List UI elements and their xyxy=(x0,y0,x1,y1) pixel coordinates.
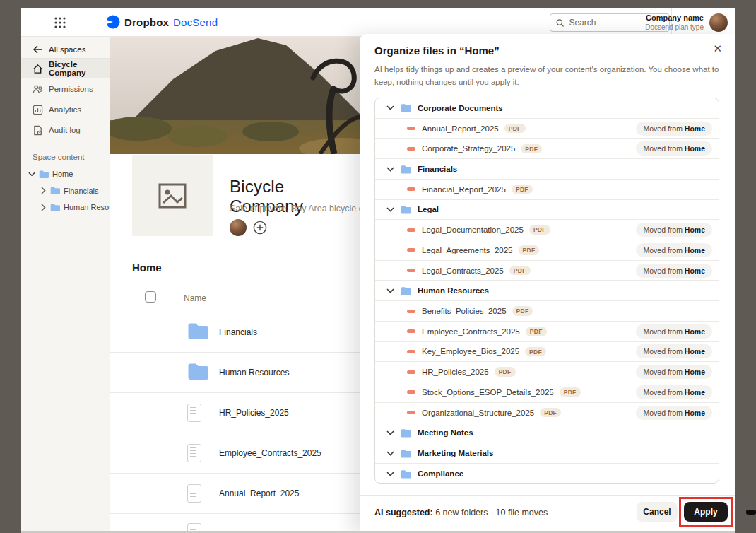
add-member-button[interactable] xyxy=(253,221,267,235)
moved-from-pill: Moved from Home xyxy=(636,385,712,399)
moved-from-pill: Moved from Home xyxy=(636,324,712,339)
file-label: HR_Policies_2025 xyxy=(422,368,489,376)
organize-file-row[interactable]: Organizational_Structure_2025PDFMoved fr… xyxy=(375,403,719,423)
moved-from-pill: Moved from Home xyxy=(636,243,712,257)
pdf-badge: PDF xyxy=(504,124,526,134)
folder-icon xyxy=(50,203,60,212)
folder-label: Meeting Notes xyxy=(418,428,473,437)
organize-file-row[interactable]: Legal_Contracts_2025PDFMoved from Home xyxy=(375,261,719,281)
owner-avatar[interactable] xyxy=(230,219,247,236)
chevron-right-icon[interactable] xyxy=(40,187,47,194)
sidebar-item-bicycle-company[interactable]: Bicycle Company xyxy=(21,59,110,78)
sidebar-item-analytics[interactable]: Analytics xyxy=(21,100,110,119)
chevron-down-icon[interactable] xyxy=(386,469,394,478)
sidebar-item-label: Audit log xyxy=(49,126,81,134)
organize-file-row[interactable]: Financial_Report_2025PDF xyxy=(375,180,719,200)
folder-icon xyxy=(39,170,49,179)
pdf-badge: PDF xyxy=(526,327,547,336)
chevron-down-icon[interactable] xyxy=(386,428,394,437)
account-menu[interactable]: Company name Docsend plan type xyxy=(645,8,728,37)
select-all-checkbox[interactable] xyxy=(145,291,156,303)
search-icon xyxy=(556,18,564,28)
panel-description: AI helps tidy things up and creates a pr… xyxy=(374,64,722,89)
organize-folder-row[interactable]: Corporate Documents xyxy=(375,98,719,119)
sidebar-item-label: Permissions xyxy=(49,85,93,93)
footer-divider xyxy=(360,495,735,496)
file-label: Stock_Options_ESOP_Details_2025 xyxy=(422,388,554,397)
table-row[interactable]: Annual_Report_2025 xyxy=(110,473,360,513)
moved-from-pill: Moved from Home xyxy=(636,365,712,379)
docsend-logo-icon xyxy=(106,15,120,29)
file-dash-icon xyxy=(407,310,415,313)
table-row[interactable]: Financials xyxy=(110,312,360,352)
pdf-badge: PDF xyxy=(519,245,540,255)
chevron-down-icon[interactable] xyxy=(28,170,35,177)
cancel-button[interactable]: Cancel xyxy=(637,502,678,522)
edge-artifact xyxy=(746,510,756,515)
account-name: Company name xyxy=(645,13,704,23)
chevron-down-icon[interactable] xyxy=(386,205,394,213)
organize-panel: Organize files in “Home” ✕ AI helps tidy… xyxy=(360,34,735,533)
organize-folder-row[interactable]: Meeting Notes xyxy=(375,423,719,444)
apps-grid-icon[interactable] xyxy=(54,16,66,29)
organize-file-row[interactable]: Benefits_Policies_2025PDF xyxy=(375,301,719,322)
space-subtitle: Sale of private, Bay Area bicycle compa xyxy=(230,204,360,213)
pdf-badge: PDF xyxy=(525,347,546,357)
organize-folder-row[interactable]: Marketing Materials xyxy=(375,443,719,464)
chevron-right-icon[interactable] xyxy=(40,204,47,211)
sidebar-divider xyxy=(21,141,110,141)
table-divider xyxy=(110,513,360,514)
chevron-down-icon[interactable] xyxy=(386,449,394,457)
table-row[interactable]: HR_Policies_2025 xyxy=(110,392,360,433)
organize-file-row[interactable]: Legal_Agreements_2025PDFMoved from Home xyxy=(375,240,719,261)
sidebar-item-label: Bicycle Company xyxy=(49,60,110,77)
space-logo-placeholder[interactable] xyxy=(132,155,213,236)
pdf-badge: PDF xyxy=(560,387,581,397)
organize-folder-row[interactable]: Legal xyxy=(375,200,719,221)
folder-icon xyxy=(187,363,208,382)
organize-file-row[interactable]: Employee_Contracts_2025PDFMoved from Hom… xyxy=(375,322,719,342)
organize-file-row[interactable]: Legal_Documentation_2025PDFMoved from Ho… xyxy=(375,220,719,240)
table-row[interactable]: Employee_Contracts_2025 xyxy=(110,433,360,473)
sidebar-item-audit-log[interactable]: Audit log xyxy=(21,120,110,140)
folder-icon xyxy=(401,449,411,458)
table-row[interactable]: Human Resources xyxy=(110,352,360,392)
account-plan: Docsend plan type xyxy=(645,23,704,33)
sidebar-item-permissions[interactable]: Permissions xyxy=(21,79,110,99)
audit-icon xyxy=(33,125,43,136)
row-name: Annual_Report_2025 xyxy=(219,488,299,498)
tree-item-financials[interactable]: Financials xyxy=(21,183,110,199)
tree-item-label: Financials xyxy=(64,187,99,195)
close-icon[interactable]: ✕ xyxy=(713,43,722,54)
organize-file-row[interactable]: HR_Policies_2025PDFMoved from Home xyxy=(375,362,719,382)
tree-item-human-resourc-[interactable]: Human Resourc... xyxy=(21,199,110,215)
organize-folder-row[interactable]: Human Resources xyxy=(375,281,719,301)
folder-label: Corporate Documents xyxy=(418,104,503,112)
chevron-down-icon[interactable] xyxy=(386,104,394,112)
pdf-badge: PDF xyxy=(509,266,531,276)
account-avatar[interactable] xyxy=(709,13,728,32)
organize-folder-row[interactable]: Compliance xyxy=(375,464,719,484)
space-content-label: Space content xyxy=(33,153,85,161)
organize-file-row[interactable]: Stock_Options_ESOP_Details_2025PDFMoved … xyxy=(375,382,719,403)
organize-folder-row[interactable]: Financials xyxy=(375,159,719,180)
folder-icon xyxy=(401,469,411,479)
row-name: HR_Policies_2025 xyxy=(219,408,289,418)
chevron-down-icon[interactable] xyxy=(386,286,394,295)
back-all-spaces[interactable]: All spaces xyxy=(21,40,110,59)
people-icon xyxy=(33,84,43,95)
file-label: Legal_Contracts_2025 xyxy=(422,266,504,275)
organize-file-row[interactable]: Annual_Report_2025PDFMoved from Home xyxy=(375,119,719,139)
tree-item-home[interactable]: Home xyxy=(21,166,110,182)
organize-file-row[interactable]: Corporate_Strategy_2025PDFMoved from Hom… xyxy=(375,139,719,159)
moved-from-pill: Moved from Home xyxy=(636,122,712,136)
organize-file-row[interactable]: Key_Employee_Bios_2025PDFMoved from Home xyxy=(375,342,719,363)
file-dash-icon xyxy=(407,370,415,374)
file-label: Organizational_Structure_2025 xyxy=(422,409,534,417)
apply-button[interactable]: Apply xyxy=(684,502,728,522)
file-dash-icon xyxy=(407,411,415,414)
chevron-down-icon[interactable] xyxy=(386,165,394,173)
folder-label: Legal xyxy=(418,205,439,213)
file-label: Benefits_Policies_2025 xyxy=(422,307,507,315)
brand[interactable]: Dropbox DocSend xyxy=(106,15,218,29)
